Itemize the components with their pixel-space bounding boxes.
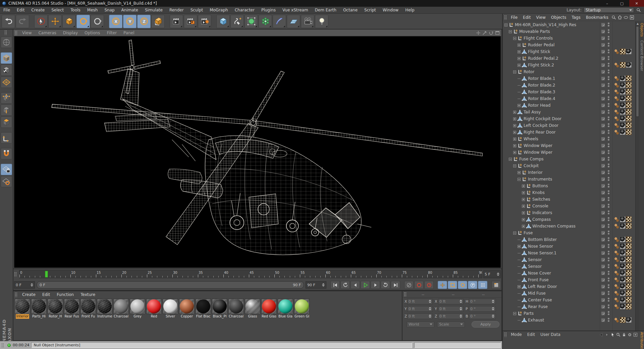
null-object-icon[interactable]: 0 (526, 210, 531, 215)
expand-icon[interactable] (513, 111, 516, 114)
lock-x-button[interactable]: X (109, 15, 122, 28)
light-button[interactable] (315, 15, 328, 28)
polygon-object-icon[interactable] (526, 223, 531, 229)
zoom-view-icon[interactable] (482, 30, 487, 36)
material-front-fu[interactable]: Front Fu (80, 299, 96, 319)
visibility-dots[interactable] (608, 197, 609, 201)
undo-button[interactable] (2, 15, 15, 28)
convert-editable-button[interactable] (1, 37, 12, 48)
search-icon[interactable] (616, 332, 621, 337)
move-button[interactable] (48, 15, 62, 28)
material-thumbnail[interactable] (212, 299, 227, 314)
object-label[interactable]: Mid Fuse (528, 291, 546, 296)
layer-toggle[interactable] (601, 50, 605, 54)
object-label[interactable]: Knobs (532, 190, 545, 195)
object-label[interactable]: Left Cockpit Door (524, 123, 558, 128)
texture-tag[interactable] (620, 257, 626, 262)
autokey-question-button[interactable]: ? (424, 281, 434, 289)
expand-icon[interactable] (522, 205, 525, 208)
rotate-button[interactable] (76, 15, 90, 28)
expand-icon[interactable] (513, 131, 516, 134)
phong-tag[interactable] (614, 304, 620, 309)
layer-toggle[interactable] (601, 298, 605, 302)
collapse-icon[interactable] (518, 178, 521, 181)
expand-icon[interactable] (522, 218, 525, 221)
object-label[interactable]: Front Fuse (528, 278, 549, 282)
visibility-dots[interactable] (608, 36, 609, 40)
visibility-dots[interactable] (608, 210, 609, 214)
layer-toggle[interactable] (601, 130, 605, 134)
material-menu-function[interactable]: Function (53, 291, 77, 298)
object-label[interactable]: Bottom Blister (528, 237, 557, 242)
material-grey[interactable]: Grey (129, 299, 146, 319)
layer-toggle[interactable] (601, 318, 605, 322)
tree-row-exhaust[interactable]: Exhaust (503, 317, 635, 323)
home-icon[interactable] (617, 15, 623, 20)
object-label[interactable]: Nose Sensor (528, 244, 553, 249)
polygon-object-icon[interactable] (517, 109, 523, 115)
visibility-dots[interactable] (608, 318, 609, 322)
visibility-dots[interactable] (608, 224, 609, 228)
visibility-dots[interactable] (608, 96, 609, 100)
menu-simulate[interactable]: Simulate (142, 7, 166, 13)
maximize-button[interactable]: ▢ (614, 0, 629, 7)
texture-tag[interactable] (620, 297, 626, 303)
polygon-object-icon[interactable] (522, 89, 527, 95)
polygon-object-icon[interactable] (522, 257, 527, 262)
coords-system-dropdown[interactable]: World (407, 321, 434, 328)
tree-row-sensor[interactable]: Sensor (503, 263, 635, 270)
material-copper[interactable]: Copper (179, 299, 195, 319)
phong-tag[interactable] (614, 290, 620, 296)
object-label[interactable]: Center Fuse (528, 298, 552, 302)
texture-tag[interactable] (620, 277, 626, 283)
object-label[interactable]: Rotor Blade.1 (528, 76, 555, 81)
texture-tag[interactable] (620, 96, 626, 101)
layer-toggle[interactable] (601, 36, 605, 40)
visibility-dots[interactable] (608, 311, 609, 315)
expand-icon[interactable] (518, 44, 521, 47)
layer-toggle[interactable] (601, 97, 605, 101)
texture-tag[interactable] (620, 270, 626, 276)
uvw-tag[interactable] (626, 116, 632, 121)
phong-tag[interactable] (614, 89, 620, 95)
visibility-dots[interactable] (608, 304, 609, 308)
phong-tag[interactable] (614, 270, 620, 276)
next-frame-button[interactable] (371, 281, 380, 289)
visibility-dots[interactable] (608, 150, 609, 154)
coordinates-grip[interactable] (404, 292, 407, 297)
texture-tag[interactable] (620, 284, 626, 289)
tree-row-tail-assy[interactable]: Tail Assy (503, 109, 635, 115)
search-icon[interactable] (611, 15, 616, 20)
stepper[interactable] (460, 307, 462, 310)
next-key-button[interactable] (381, 281, 390, 289)
polygon-object-icon[interactable] (522, 244, 527, 249)
material-thumbnail[interactable] (294, 299, 310, 314)
menu-animate[interactable]: Animate (118, 7, 142, 13)
timeline-ruler[interactable]: 051015202530354045505560657075808590 (19, 270, 482, 278)
null-object-icon[interactable]: 0 (517, 143, 523, 148)
polygon-object-icon[interactable] (522, 250, 527, 256)
phong-tag[interactable] (614, 257, 620, 262)
coord-input[interactable]: 0 ft (407, 313, 433, 319)
material-thumbnail[interactable] (15, 299, 30, 314)
object-label[interactable]: Rudder Pedal.2 (528, 56, 558, 61)
layer-toggle[interactable] (601, 177, 605, 181)
object-label[interactable]: Rear Fuse (528, 304, 548, 309)
phong-tag[interactable] (614, 263, 620, 269)
menu-plugins[interactable]: Plugins (258, 7, 279, 13)
layer-toggle[interactable] (601, 217, 605, 221)
tree-row-windscreen-compass[interactable]: Windscreen Compass (503, 223, 635, 230)
layer-toggle[interactable] (601, 258, 605, 262)
layer-toggle[interactable] (601, 150, 605, 154)
material-glass[interactable]: Glass (245, 299, 261, 319)
tree-row-rotor-blade-4[interactable]: Rotor Blade.4 (503, 95, 635, 102)
phong-tag[interactable] (614, 82, 620, 88)
polygon-object-icon[interactable] (522, 103, 527, 108)
layout-select[interactable]: Startup (584, 7, 634, 13)
visibility-dots[interactable] (608, 83, 609, 87)
viewport-canvas[interactable] (14, 36, 501, 268)
material-thumbnail[interactable] (179, 299, 195, 314)
material-thumbnail[interactable] (245, 299, 260, 314)
workplane-rotate-button[interactable] (1, 176, 12, 187)
phong-tag[interactable] (614, 62, 620, 68)
